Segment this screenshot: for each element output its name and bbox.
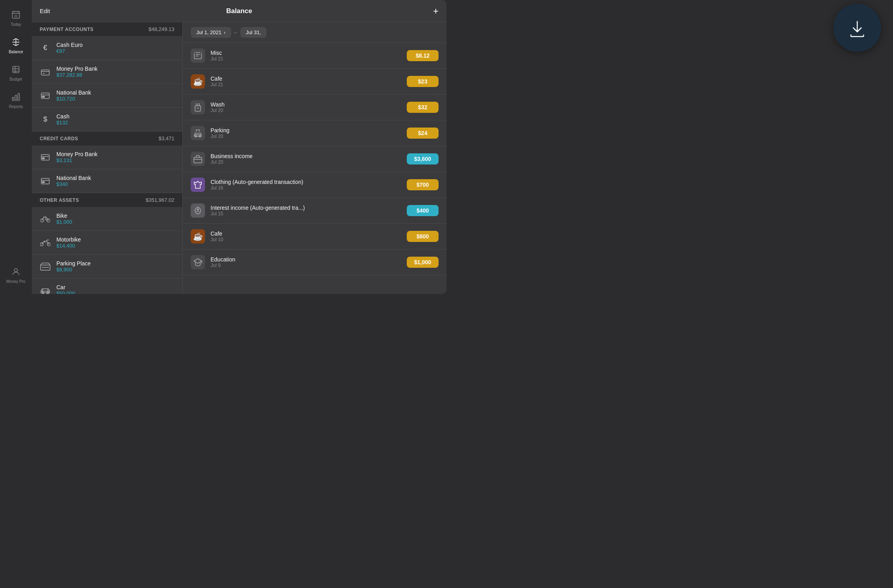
clothing-date: Jul 16: [211, 185, 401, 191]
transaction-interest-income[interactable]: Interest income (Auto-generated tra...) …: [183, 198, 446, 224]
sidebar-item-budget[interactable]: Budget: [2, 61, 30, 85]
sidebar-item-balance[interactable]: Balance: [2, 34, 30, 58]
transaction-business-income[interactable]: Business income Jul 20 $3,600: [183, 146, 446, 172]
cash-info: Cash $132: [56, 113, 174, 126]
account-cash-euro[interactable]: € Cash Euro €97: [32, 36, 182, 60]
header-actions: +: [433, 6, 439, 17]
date-end-label: Jul 31,: [246, 29, 261, 35]
cafe-1-date: Jul 21: [211, 82, 401, 87]
money-pro-bank-info: Money Pro Bank $37,282.88: [56, 66, 174, 78]
bike-name: Bike: [56, 213, 174, 219]
parking-icon: [191, 126, 205, 140]
education-info: Education Jul 9: [211, 256, 401, 268]
edit-button[interactable]: Edit: [40, 8, 50, 14]
misc-amount: $8.12: [407, 50, 439, 61]
transaction-list: Misc Jul 21 $8.12 ☕ Cafe Jul 21: [183, 43, 446, 294]
education-date: Jul 9: [211, 263, 401, 268]
cash-euro-balance: €97: [56, 48, 174, 54]
cc-money-pro-info: Money Pro Bank $3,131: [56, 151, 174, 163]
payment-accounts-total: $48,249.13: [149, 26, 174, 32]
sidebar-item-money-pro[interactable]: Money Pro: [2, 263, 30, 288]
account-national-bank[interactable]: National Bank $10,720: [32, 84, 182, 108]
interest-income-name: Interest income (Auto-generated tra...): [211, 205, 401, 211]
cc-national-bank-balance: $340: [56, 181, 174, 187]
transaction-parking[interactable]: Parking Jul 20 $24: [183, 120, 446, 146]
svg-rect-16: [41, 93, 49, 99]
add-button[interactable]: +: [433, 6, 439, 17]
transaction-cafe-2[interactable]: ☕ Cafe Jul 10 $800: [183, 224, 446, 250]
cafe-1-name: Cafe: [211, 75, 401, 82]
account-cc-national-bank[interactable]: National Bank $340: [32, 169, 182, 193]
svg-rect-44: [195, 106, 201, 111]
sidebar-item-today[interactable]: 21 Today: [2, 6, 30, 31]
account-money-pro-bank[interactable]: Money Pro Bank $37,282.88: [32, 60, 182, 84]
svg-rect-43: [200, 52, 202, 53]
credit-cards-total: $3,471: [158, 135, 174, 141]
transaction-education[interactable]: Education Jul 9 $1,000: [183, 250, 446, 275]
cafe-2-icon: ☕: [191, 229, 205, 244]
svg-rect-24: [42, 182, 44, 183]
svg-rect-18: [42, 96, 44, 97]
svg-rect-42: [194, 52, 195, 53]
cc-money-pro-name: Money Pro Bank: [56, 151, 174, 157]
cash-icon: $: [40, 114, 51, 125]
money-pro-bank-icon: [40, 66, 51, 77]
bike-icon: [40, 213, 51, 224]
left-panel: PAYMENT ACCOUNTS $48,249.13 € Cash Euro …: [32, 22, 183, 294]
transaction-wash[interactable]: Wash Jul 20 $32: [183, 95, 446, 120]
national-bank-balance: $10,720: [56, 96, 174, 102]
parking-place-balance: $8,900: [56, 267, 174, 273]
business-income-info: Business income Jul 20: [211, 153, 401, 165]
parking-info: Parking Jul 20: [211, 127, 401, 139]
date-chevron-right: ›: [224, 30, 226, 35]
sidebar-item-reports[interactable]: Reports: [2, 89, 30, 113]
svg-point-50: [197, 209, 199, 210]
clothing-info: Clothing (Auto-generated transaction) Ju…: [211, 179, 401, 191]
parking-place-info: Parking Place $8,900: [56, 260, 174, 273]
sidebar: 21 Today Balance: [0, 0, 32, 294]
date-end-button[interactable]: Jul 31,: [240, 27, 267, 38]
cafe-1-amount: $23: [407, 76, 439, 87]
balance-icon: [12, 38, 20, 48]
other-assets-title: OTHER ASSETS: [40, 197, 79, 203]
reports-icon: [12, 93, 20, 103]
interest-income-info: Interest income (Auto-generated tra...) …: [211, 205, 401, 217]
transaction-misc[interactable]: Misc Jul 21 $8.12: [183, 43, 446, 69]
wash-date: Jul 20: [211, 108, 401, 113]
account-bike[interactable]: Bike $1,000: [32, 207, 182, 231]
parking-date: Jul 20: [211, 133, 401, 139]
misc-name: Misc: [211, 50, 401, 56]
payment-accounts-header: PAYMENT ACCOUNTS $48,249.13: [32, 22, 182, 36]
app-container: 21 Today Balance: [0, 0, 446, 294]
page-title: Balance: [226, 7, 252, 15]
account-cash[interactable]: $ Cash $132: [32, 108, 182, 132]
account-motorbike[interactable]: Motorbike $14,400: [32, 231, 182, 255]
cc-national-bank-name: National Bank: [56, 175, 174, 181]
motorbike-info: Motorbike $14,400: [56, 236, 174, 249]
education-name: Education: [211, 256, 401, 263]
cc-money-pro-balance: $3,131: [56, 157, 174, 163]
date-range-header: Jul 1, 2021 › – Jul 31,: [183, 22, 446, 43]
education-icon: [191, 255, 205, 269]
transaction-clothing[interactable]: Clothing (Auto-generated transaction) Ju…: [183, 172, 446, 198]
national-bank-name: National Bank: [56, 89, 174, 96]
bike-balance: $1,000: [56, 219, 174, 225]
car-balance: $50,000: [56, 290, 174, 294]
date-start-button[interactable]: Jul 1, 2021 ›: [191, 27, 231, 38]
interest-income-date: Jul 15: [211, 211, 401, 217]
svg-rect-19: [41, 155, 49, 160]
svg-rect-12: [15, 95, 17, 101]
cash-euro-info: Cash Euro €97: [56, 42, 174, 54]
sidebar-item-balance-label: Balance: [9, 50, 23, 54]
budget-icon: [12, 65, 20, 75]
business-income-name: Business income: [211, 153, 401, 159]
cafe-1-info: Cafe Jul 21: [211, 75, 401, 87]
account-parking-place[interactable]: Parking Place $8,900: [32, 255, 182, 279]
account-cc-money-pro[interactable]: Money Pro Bank $3,131: [32, 145, 182, 169]
clothing-amount: $700: [407, 179, 439, 190]
motorbike-icon: [40, 237, 51, 248]
transaction-cafe-1[interactable]: ☕ Cafe Jul 21 $23: [183, 69, 446, 95]
account-car[interactable]: Car $50,000: [32, 279, 182, 294]
right-panel: Jul 1, 2021 › – Jul 31,: [183, 22, 446, 294]
national-bank-icon: [40, 90, 51, 101]
